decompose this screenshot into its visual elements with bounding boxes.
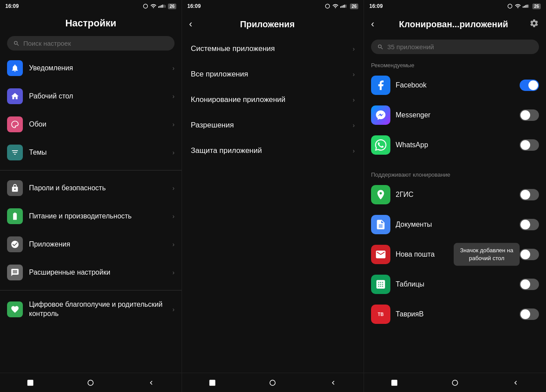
- sidebar-item-passwords[interactable]: Пароли и безопасность ›: [0, 174, 182, 202]
- apps-label: Приложения: [29, 240, 166, 249]
- tavria-icon-el: ТВ: [371, 305, 390, 324]
- system-apps-label: Системные приложения: [191, 44, 353, 53]
- nav-bar-right: [364, 373, 546, 392]
- back-button-right[interactable]: ‹: [371, 17, 378, 32]
- nav-circle-left[interactable]: [84, 377, 97, 389]
- svg-rect-8: [340, 7, 341, 8]
- divider-1: [0, 170, 182, 171]
- svg-rect-2: [161, 5, 162, 8]
- passwords-icon: [7, 180, 23, 196]
- clone-list: Рекомендуемые Facebook Messenger WhatsAp…: [364, 58, 546, 373]
- search-input-left[interactable]: [23, 40, 168, 47]
- digital-chevron: ›: [172, 306, 175, 313]
- svg-rect-13: [209, 380, 215, 386]
- whatsapp-toggle[interactable]: [520, 139, 539, 151]
- battery-chevron: ›: [172, 213, 175, 220]
- sidebar-item-wallpaper[interactable]: Обои ›: [0, 110, 182, 138]
- clone-item-nova[interactable]: Нова пошта Значок добавлен на рабочий ст…: [364, 240, 546, 269]
- clone-search-input[interactable]: [387, 43, 533, 51]
- clone-panel: 16:09 26 ‹ Клонирован...риложений Рекоме…: [364, 0, 546, 392]
- nav-circle-right[interactable]: [449, 377, 461, 389]
- nova-toggle[interactable]: [520, 249, 539, 260]
- clone-search-bar[interactable]: [371, 40, 539, 54]
- facebook-name: Facebook: [396, 81, 514, 89]
- notifications-chevron: ›: [172, 65, 175, 72]
- clone-apps-label: Клонирование приложений: [191, 95, 353, 104]
- nav-back-left[interactable]: [145, 377, 157, 389]
- clone-apps-chevron: ›: [353, 96, 355, 103]
- search-bar-left[interactable]: [7, 36, 175, 51]
- clone-item-messenger[interactable]: Messenger: [364, 100, 546, 130]
- sheets-toggle[interactable]: [520, 279, 539, 290]
- clone-item-2gis[interactable]: 2ГИС: [364, 180, 546, 210]
- docs-toggle[interactable]: [520, 219, 539, 230]
- wallpaper-chevron: ›: [172, 121, 175, 128]
- nav-square-mid[interactable]: [206, 377, 218, 389]
- tavria-toggle[interactable]: [520, 309, 539, 320]
- svg-rect-11: [344, 5, 345, 8]
- notifications-icon: [7, 60, 23, 76]
- apps-item-clone[interactable]: Клонирование приложений ›: [182, 87, 364, 113]
- network-badge-right: 26: [532, 4, 541, 9]
- time-mid: 16:09: [187, 3, 201, 9]
- docs-name: Документы: [396, 221, 514, 229]
- desktop-icon: [7, 88, 23, 104]
- clone-item-docs[interactable]: Документы: [364, 210, 546, 240]
- divider-2: [0, 290, 182, 290]
- messenger-icon: [371, 105, 390, 125]
- sidebar-item-apps[interactable]: Приложения ›: [0, 230, 182, 258]
- nav-square-right[interactable]: [388, 377, 400, 389]
- nav-bar-left: [0, 373, 182, 392]
- clone-item-tavria[interactable]: ТВ ТаврияВ: [364, 299, 546, 329]
- messenger-toggle[interactable]: [520, 109, 539, 121]
- sidebar-item-digital[interactable]: Цифровое благополучие и родительский кон…: [0, 294, 182, 325]
- sidebar-item-battery[interactable]: Питание и производительность ›: [0, 202, 182, 230]
- nav-back-mid[interactable]: [327, 377, 339, 389]
- sheets-name: Таблицы: [396, 280, 514, 288]
- nav-square-left[interactable]: [24, 377, 36, 389]
- facebook-toggle[interactable]: [520, 80, 539, 91]
- apps-item-all[interactable]: Все приложения ›: [182, 62, 364, 87]
- desktop-chevron: ›: [172, 93, 175, 100]
- messenger-name: Messenger: [396, 111, 514, 119]
- status-bar-right: 16:09 26: [364, 0, 546, 12]
- nav-circle-mid[interactable]: [266, 377, 279, 389]
- wallpaper-label: Обои: [29, 120, 166, 129]
- spacer-1: [364, 160, 546, 167]
- nova-tooltip: Значок добавлен на рабочий стол: [454, 243, 520, 266]
- back-button-mid[interactable]: ‹: [189, 17, 196, 32]
- clone-item-whatsapp[interactable]: WhatsApp: [364, 130, 546, 160]
- apps-item-protection[interactable]: Защита приложений ›: [182, 138, 364, 163]
- svg-rect-0: [158, 7, 159, 8]
- status-icons-right: 26: [507, 3, 541, 9]
- all-apps-label: Все приложения: [191, 70, 353, 79]
- clone-item-facebook[interactable]: Facebook: [364, 70, 546, 100]
- sidebar-item-desktop[interactable]: Рабочий стол ›: [0, 82, 182, 110]
- apps-icon: [7, 236, 23, 252]
- sidebar-item-notifications[interactable]: Уведомления ›: [0, 54, 182, 82]
- svg-rect-3: [162, 5, 163, 8]
- search-icon-left: [13, 40, 20, 47]
- apps-panel: 16:09 26 ‹ Приложения Системные приложен…: [182, 0, 364, 392]
- svg-rect-16: [524, 6, 525, 8]
- nav-back-right[interactable]: [510, 377, 522, 389]
- apps-item-permissions[interactable]: Разрешения ›: [182, 113, 364, 138]
- whatsapp-name: WhatsApp: [396, 141, 514, 149]
- svg-rect-4: [164, 5, 164, 8]
- section-supported-label: Поддерживают клонирование: [364, 167, 546, 180]
- apps-title: Приложения: [199, 19, 335, 29]
- clone-item-sheets[interactable]: Таблицы: [364, 269, 546, 299]
- apps-item-system[interactable]: Системные приложения ›: [182, 36, 364, 62]
- status-icons-left: 26: [142, 3, 176, 9]
- apps-list: Системные приложения › Все приложения › …: [182, 36, 364, 373]
- page-title-left: Настройки: [0, 12, 182, 33]
- 2gis-toggle[interactable]: [520, 189, 539, 200]
- sidebar-item-advanced[interactable]: Расширенные настройки ›: [0, 258, 182, 287]
- gear-icon-right[interactable]: [529, 18, 539, 30]
- passwords-chevron: ›: [172, 185, 175, 192]
- nav-bar-mid: [182, 373, 364, 392]
- advanced-label: Расширенные настройки: [29, 268, 166, 277]
- sidebar-item-themes[interactable]: Темы ›: [0, 138, 182, 167]
- svg-rect-5: [165, 5, 166, 8]
- desktop-label: Рабочий стол: [29, 92, 166, 101]
